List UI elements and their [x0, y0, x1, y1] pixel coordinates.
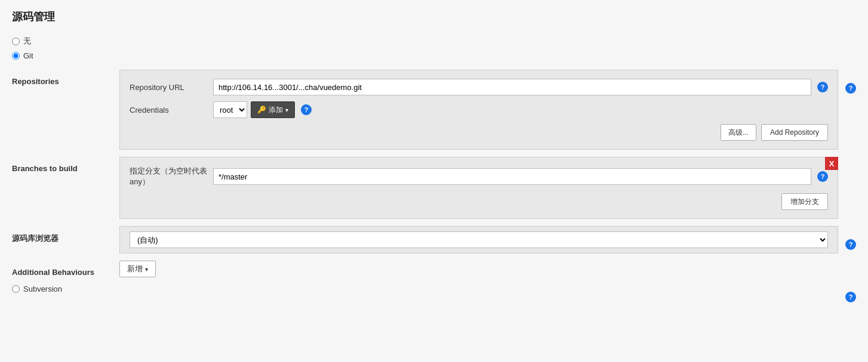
branches-section: Branches to build X 指定分支（为空时代表any） ? 增加分…: [12, 157, 856, 219]
add-cred-dropdown-arrow: ▾: [285, 107, 288, 113]
repo-url-label: Repository URL: [130, 83, 207, 92]
branches-content: X 指定分支（为空时代表any） ? 增加分支: [119, 157, 838, 219]
additional-label: Additional Behaviours: [12, 261, 119, 277]
branch-specifier-label: 指定分支（为空时代表any）: [130, 166, 207, 187]
scm-radio-group: 无 Git: [12, 36, 856, 60]
browser-select[interactable]: (自动) githubweb gitiles: [130, 231, 828, 248]
repo-url-help-icon[interactable]: ?: [817, 82, 828, 92]
credentials-row: Credentials root 🔑 添加 ▾ ?: [130, 101, 828, 118]
repositories-content: Repository URL ? Credentials root 🔑 添加 ▾: [119, 70, 838, 150]
branch-row: 指定分支（为空时代表any） ?: [130, 166, 828, 187]
add-branch-button[interactable]: 增加分支: [781, 193, 828, 210]
subversion-help-icon[interactable]: ?: [845, 292, 856, 302]
browser-row: (自动) githubweb gitiles: [130, 231, 828, 248]
credentials-label: Credentials: [130, 106, 207, 115]
credentials-controls: root 🔑 添加 ▾: [213, 101, 295, 118]
add-cred-label: 添加: [269, 105, 283, 115]
repo-url-input[interactable]: [213, 79, 811, 95]
credentials-help-icon[interactable]: ?: [301, 104, 312, 115]
branch-buttons: 增加分支: [130, 193, 828, 210]
remove-branch-button[interactable]: X: [825, 157, 838, 170]
repo-buttons: 高级... Add Repository: [130, 124, 828, 141]
radio-none[interactable]: 无: [12, 36, 856, 47]
browser-section: 源码库浏览器 (自动) githubweb gitiles ?: [12, 226, 856, 253]
add-repository-button[interactable]: Add Repository: [761, 124, 828, 141]
radio-subversion[interactable]: Subversion: [12, 284, 62, 293]
repositories-section: Repositories Repository URL ? Credential…: [12, 70, 856, 150]
add-credentials-button[interactable]: 🔑 添加 ▾: [251, 101, 295, 118]
advanced-button[interactable]: 高级...: [721, 124, 756, 141]
key-icon: 🔑: [257, 106, 266, 114]
radio-git-input[interactable]: [12, 52, 20, 60]
repositories-help-icon[interactable]: ?: [845, 83, 856, 94]
branch-help-icon[interactable]: ?: [817, 171, 828, 182]
new-behaviour-button[interactable]: 新增 ▾: [119, 261, 156, 277]
radio-none-label: 无: [23, 36, 31, 47]
radio-subversion-label: Subversion: [23, 284, 62, 293]
radio-none-input[interactable]: [12, 38, 20, 45]
new-behaviour-label: 新增: [127, 264, 143, 274]
browser-help-icon[interactable]: ?: [845, 239, 856, 250]
credentials-select[interactable]: root: [213, 101, 247, 118]
branch-specifier-input[interactable]: [213, 168, 811, 185]
radio-git-label: Git: [23, 51, 33, 60]
page-title: 源码管理: [12, 10, 856, 24]
additional-section: Additional Behaviours 新增 ▾: [12, 261, 856, 277]
branches-label: Branches to build: [12, 157, 119, 173]
radio-subversion-input[interactable]: [12, 285, 20, 293]
subversion-row: Subversion ?: [12, 284, 856, 293]
radio-git[interactable]: Git: [12, 51, 856, 60]
browser-label: 源码库浏览器: [12, 226, 119, 244]
repositories-label: Repositories: [12, 70, 119, 86]
new-behaviour-arrow: ▾: [145, 266, 148, 273]
browser-content: (自动) githubweb gitiles: [119, 226, 838, 253]
additional-controls: 新增 ▾: [119, 261, 156, 277]
repo-url-row: Repository URL ?: [130, 79, 828, 95]
